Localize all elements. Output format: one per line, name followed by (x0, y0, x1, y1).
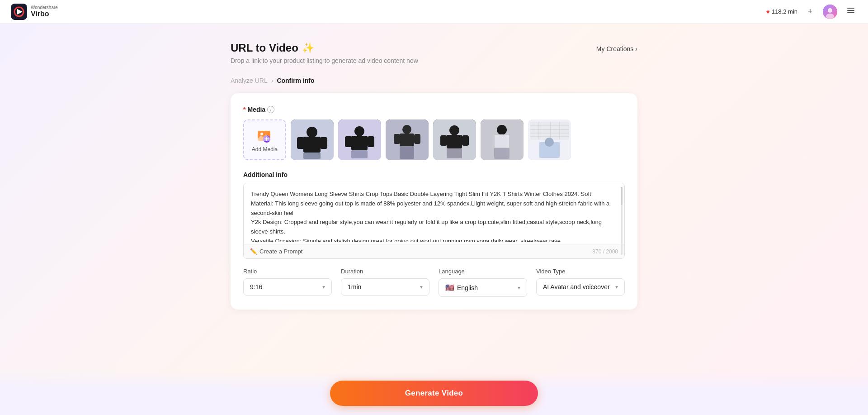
sparkle-icon: ✨ (302, 42, 314, 54)
ratio-setting: Ratio 9:16 ▾ (243, 268, 332, 297)
page-header: URL to Video ✨ Drop a link to your produ… (231, 42, 637, 64)
duration-value: 1min (348, 283, 361, 291)
video-type-select[interactable]: AI Avatar and voiceover ▾ (536, 278, 625, 296)
language-text: English (457, 284, 478, 291)
svg-rect-31 (394, 134, 400, 144)
svg-rect-25 (345, 136, 352, 147)
create-prompt-button[interactable]: ✏️ Create a Prompt (250, 248, 302, 255)
duration-select[interactable]: 1min ▾ (341, 278, 429, 296)
main-card: * Media i (231, 93, 637, 310)
media-section-label: * Media i (243, 106, 625, 113)
chevron-right-icon: › (635, 45, 637, 52)
svg-point-14 (260, 133, 263, 135)
media-thumb-4[interactable] (433, 119, 476, 160)
settings-row: Ratio 9:16 ▾ Duration 1min ▾ Lan (243, 268, 625, 297)
menu-button[interactable] (844, 4, 857, 19)
add-media-button[interactable]: Add Media (243, 119, 286, 160)
user-avatar[interactable] (823, 5, 837, 19)
generate-button-label: Generate Video (405, 389, 463, 397)
main-content: URL to Video ✨ Drop a link to your produ… (0, 0, 868, 364)
info-icon[interactable]: i (267, 106, 274, 113)
language-chevron-icon: ▾ (518, 285, 520, 291)
media-thumb-6[interactable] (528, 119, 571, 160)
language-setting: Language 🇺🇸 English ▾ (439, 268, 527, 297)
svg-rect-43 (495, 135, 509, 148)
language-select[interactable]: 🇺🇸 English ▾ (439, 278, 527, 297)
svg-rect-36 (447, 135, 462, 148)
page-title-text: URL to Video (231, 42, 298, 54)
svg-rect-21 (303, 153, 321, 159)
create-prompt-label: Create a Prompt (259, 248, 302, 255)
svg-rect-19 (297, 137, 304, 149)
svg-rect-20 (320, 137, 327, 149)
svg-point-5 (826, 14, 834, 19)
svg-rect-30 (400, 134, 414, 146)
svg-rect-38 (462, 135, 469, 146)
logo-area: Wondershare Virbo (11, 4, 58, 20)
breadcrumb: Analyze URL › Confirm info (231, 77, 637, 84)
page-subtitle: Drop a link to your product listing to g… (231, 57, 418, 64)
duration-chevron-icon: ▾ (420, 284, 423, 290)
additional-info-label: Additional Info (243, 171, 625, 178)
language-label: Language (439, 268, 527, 275)
svg-rect-46 (494, 148, 509, 159)
media-thumb-3[interactable] (386, 119, 429, 160)
breadcrumb-step1: Analyze URL (231, 77, 268, 84)
credits-value: 118.2 min (772, 8, 797, 15)
svg-rect-26 (368, 136, 374, 147)
breadcrumb-step2: Confirm info (277, 77, 314, 84)
logo-product: Virbo (31, 10, 58, 18)
svg-rect-44 (488, 135, 495, 146)
media-thumb-5[interactable] (481, 119, 524, 160)
svg-rect-45 (509, 135, 516, 146)
svg-point-35 (449, 125, 459, 135)
logo-text: Wondershare Virbo (31, 5, 58, 18)
heart-icon: ♥ (766, 8, 770, 15)
svg-point-57 (545, 138, 554, 147)
svg-rect-18 (303, 137, 321, 153)
media-thumb-1[interactable] (291, 119, 334, 160)
scrollbar[interactable] (621, 187, 623, 255)
add-credits-button[interactable]: + (805, 6, 816, 17)
logo-icon (11, 4, 27, 20)
textarea-footer: ✏️ Create a Prompt 870 / 2000 (244, 244, 624, 258)
breadcrumb-separator: › (271, 77, 274, 84)
svg-rect-7 (847, 10, 854, 11)
generate-video-button[interactable]: Generate Video (330, 381, 538, 406)
svg-rect-39 (447, 148, 462, 158)
duration-label: Duration (341, 268, 429, 275)
media-thumb-2[interactable] (338, 119, 381, 160)
svg-rect-8 (847, 12, 854, 13)
required-indicator: * (243, 106, 245, 113)
svg-point-23 (354, 126, 364, 136)
content-wrapper: URL to Video ✨ Drop a link to your produ… (231, 24, 637, 310)
media-row: Add Media (243, 119, 625, 160)
textarea-wrapper: Trendy Queen Womens Long Sleeve Shirts C… (243, 183, 625, 259)
language-value: 🇺🇸 English (445, 283, 478, 292)
language-flag: 🇺🇸 (445, 283, 454, 292)
generate-bar: Generate Video (0, 372, 868, 415)
scrollbar-thumb (621, 187, 623, 205)
header-actions: ♥ 118.2 min + (766, 4, 857, 19)
video-type-label: Video Type (536, 268, 625, 275)
logo-company: Wondershare (31, 5, 58, 10)
svg-rect-27 (351, 150, 368, 158)
video-type-setting: Video Type AI Avatar and voiceover ▾ (536, 268, 625, 297)
app-header: Wondershare Virbo ♥ 118.2 min + (0, 0, 868, 24)
char-count: 870 / 2000 (592, 248, 618, 255)
svg-rect-37 (440, 135, 447, 146)
edit-icon: ✏️ (250, 248, 257, 255)
ratio-label: Ratio (243, 268, 332, 275)
additional-info-textarea[interactable]: Trendy Queen Womens Long Sleeve Shirts C… (244, 183, 624, 242)
video-type-value: AI Avatar and voiceover (543, 283, 610, 291)
my-creations-link[interactable]: My Creations › (596, 45, 637, 52)
credits-display: ♥ 118.2 min (766, 8, 797, 15)
page-title-section: URL to Video ✨ Drop a link to your produ… (231, 42, 418, 64)
ratio-select[interactable]: 9:16 ▾ (243, 278, 332, 296)
media-label-text: Media (247, 106, 265, 113)
svg-point-17 (307, 127, 317, 138)
svg-point-4 (828, 8, 832, 13)
video-type-chevron-icon: ▾ (615, 284, 618, 290)
duration-setting: Duration 1min ▾ (341, 268, 429, 297)
page-title: URL to Video ✨ (231, 42, 418, 54)
